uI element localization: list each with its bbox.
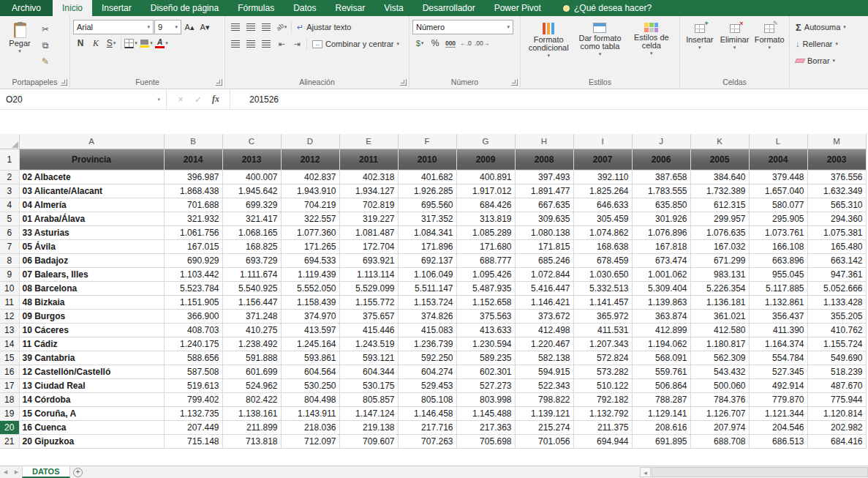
cell-value[interactable]: 695.560 bbox=[398, 198, 456, 212]
cell-value[interactable]: 219.138 bbox=[339, 420, 398, 434]
scroll-left-icon[interactable]: ◀ bbox=[640, 467, 651, 477]
cell-value[interactable]: 565.310 bbox=[807, 198, 866, 212]
row-header-4[interactable]: 4 bbox=[0, 198, 19, 212]
insert-function-button[interactable]: fx bbox=[208, 94, 224, 105]
cell-value[interactable]: 361.021 bbox=[690, 309, 749, 323]
row-header-3[interactable]: 3 bbox=[0, 184, 19, 198]
cell-value[interactable]: 295.905 bbox=[749, 212, 807, 225]
cell-value[interactable]: 211.899 bbox=[222, 420, 281, 434]
cell-value[interactable]: 415.083 bbox=[398, 323, 456, 337]
decrease-decimal-button[interactable]: .00→ bbox=[474, 37, 490, 50]
cell-value[interactable]: 792.182 bbox=[573, 392, 632, 406]
cell-value[interactable]: 701.056 bbox=[515, 434, 573, 448]
cancel-button[interactable]: × bbox=[173, 94, 189, 105]
column-header-k[interactable]: K bbox=[690, 134, 749, 149]
cell-value[interactable]: 211.375 bbox=[573, 420, 632, 434]
cell-value[interactable]: 1.075.381 bbox=[807, 225, 866, 239]
cell-value[interactable]: 684.426 bbox=[456, 198, 515, 212]
cell-value[interactable]: 602.301 bbox=[456, 365, 515, 378]
header-cell-2009[interactable]: 2009 bbox=[456, 149, 515, 170]
cell-value[interactable]: 803.998 bbox=[456, 392, 515, 406]
formula-input[interactable]: 201526 bbox=[230, 89, 868, 109]
cell-value[interactable]: 1.074.862 bbox=[573, 225, 632, 239]
cell-value[interactable]: 5.309.404 bbox=[632, 281, 690, 295]
cell-value[interactable]: 709.607 bbox=[339, 434, 398, 448]
font-dialog-launcher-icon[interactable] bbox=[216, 79, 222, 86]
row-header-13[interactable]: 13 bbox=[0, 323, 19, 337]
align-left-button[interactable] bbox=[228, 37, 243, 51]
cell-value[interactable]: 713.818 bbox=[222, 434, 281, 448]
cell-value[interactable]: 1.119.439 bbox=[281, 267, 339, 281]
cell-value[interactable]: 1.077.360 bbox=[281, 225, 339, 239]
cell-value[interactable]: 1.120.814 bbox=[807, 406, 866, 420]
add-sheet-button[interactable]: + bbox=[70, 466, 86, 478]
decrease-font-button[interactable]: A▾ bbox=[197, 20, 212, 34]
ribbon-tab-inicio[interactable]: Inicio bbox=[53, 0, 92, 16]
cell-value[interactable]: 1.030.650 bbox=[573, 267, 632, 281]
cell-value[interactable]: 363.874 bbox=[632, 309, 690, 323]
cell-value[interactable]: 207.449 bbox=[164, 420, 222, 434]
column-header-l[interactable]: L bbox=[749, 134, 807, 149]
cell-value[interactable]: 396.987 bbox=[164, 170, 222, 184]
cell-value[interactable]: 1.072.844 bbox=[515, 267, 573, 281]
cell-value[interactable]: 5.416.447 bbox=[515, 281, 573, 295]
cell-value[interactable]: 166.108 bbox=[749, 239, 807, 253]
cell-value[interactable]: 208.616 bbox=[632, 420, 690, 434]
cell-value[interactable]: 5.052.666 bbox=[807, 281, 866, 295]
cell-value[interactable]: 379.448 bbox=[749, 170, 807, 184]
copy-button[interactable]: ⧉ bbox=[38, 39, 53, 52]
align-middle-button[interactable] bbox=[244, 20, 258, 34]
number-dialog-launcher-icon[interactable] bbox=[511, 79, 518, 86]
cell-value[interactable]: 376.556 bbox=[807, 170, 866, 184]
cell-value[interactable]: 167.818 bbox=[632, 239, 690, 253]
cell-value[interactable]: 1.139.863 bbox=[632, 295, 690, 309]
wrap-text-button[interactable]: ↵ Ajustar texto bbox=[294, 20, 354, 34]
cell-value[interactable]: 667.635 bbox=[515, 198, 573, 212]
currency-button[interactable]: $ ▾ bbox=[412, 37, 427, 50]
cell-province-04-almeria[interactable]: 04 Almería bbox=[19, 198, 164, 212]
row-header-16[interactable]: 16 bbox=[0, 365, 19, 378]
cell-value[interactable]: 371.248 bbox=[222, 309, 281, 323]
cell-value[interactable]: 788.287 bbox=[632, 392, 690, 406]
cell-value[interactable]: 322.557 bbox=[281, 212, 339, 225]
cell-value[interactable]: 519.613 bbox=[164, 378, 222, 392]
cell-province-48-bizkaia[interactable]: 48 Bizkaia bbox=[19, 295, 164, 309]
cell-value[interactable]: 356.437 bbox=[749, 309, 807, 323]
column-header-e[interactable]: E bbox=[339, 134, 398, 149]
cell-value[interactable]: 1.076.896 bbox=[632, 225, 690, 239]
cell-value[interactable]: 218.036 bbox=[281, 420, 339, 434]
cell-value[interactable]: 172.704 bbox=[339, 239, 398, 253]
format-painter-button[interactable]: ✎ bbox=[38, 55, 53, 68]
font-color-button[interactable]: A ▾ bbox=[154, 37, 169, 50]
align-right-button[interactable] bbox=[259, 37, 273, 51]
cut-button[interactable]: ✂ bbox=[38, 23, 53, 36]
cell-value[interactable]: 375.563 bbox=[456, 309, 515, 323]
cell-value[interactable]: 410.275 bbox=[222, 323, 281, 337]
row-header-10[interactable]: 10 bbox=[0, 281, 19, 295]
insert-cells-button[interactable]: + Insertar ▾ bbox=[683, 19, 717, 67]
cell-value[interactable]: 593.861 bbox=[281, 351, 339, 365]
cell-value[interactable]: 207.974 bbox=[690, 420, 749, 434]
cell-value[interactable]: 522.343 bbox=[515, 378, 573, 392]
cell-value[interactable]: 365.972 bbox=[573, 309, 632, 323]
cell-value[interactable]: 374.970 bbox=[281, 309, 339, 323]
cell-value[interactable]: 663.896 bbox=[749, 253, 807, 267]
name-box-dropdown-icon[interactable]: ▾ bbox=[157, 97, 160, 102]
cell-province-02-albacete[interactable]: 02 Albacete bbox=[19, 170, 164, 184]
cell-value[interactable]: 707.263 bbox=[398, 434, 456, 448]
cell-province-07-balears-illes[interactable]: 07 Balears, Illes bbox=[19, 267, 164, 281]
cell-value[interactable]: 1.111.674 bbox=[222, 267, 281, 281]
cell-value[interactable]: 518.239 bbox=[807, 365, 866, 378]
cell-value[interactable]: 1.103.442 bbox=[164, 267, 222, 281]
align-center-button[interactable] bbox=[244, 37, 258, 51]
fill-button[interactable]: ↓ Rellenar ▾ bbox=[793, 37, 865, 51]
cell-value[interactable]: 1.158.439 bbox=[281, 295, 339, 309]
cell-value[interactable]: 366.900 bbox=[164, 309, 222, 323]
cell-value[interactable]: 582.138 bbox=[515, 351, 573, 365]
cell-province-14-cordoba[interactable]: 14 Córdoba bbox=[19, 392, 164, 406]
cell-value[interactable]: 715.148 bbox=[164, 434, 222, 448]
column-header-c[interactable]: C bbox=[222, 134, 281, 149]
cell-value[interactable]: 384.640 bbox=[690, 170, 749, 184]
header-cell-2007[interactable]: 2007 bbox=[573, 149, 632, 170]
font-name-select[interactable]: Arial ▾ bbox=[73, 20, 154, 34]
